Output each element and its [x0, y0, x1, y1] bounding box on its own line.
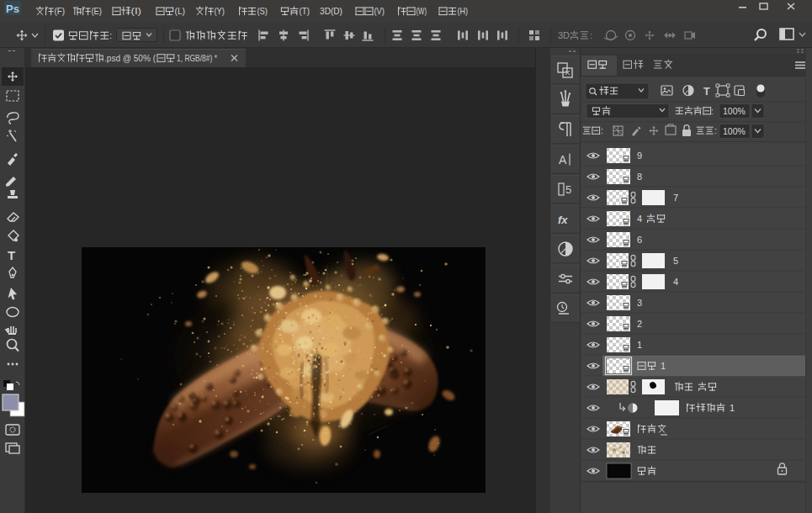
svg-text:1, RGB/8#) *: 1, RGB/8#) * [177, 53, 218, 63]
svg-text:1: 1 [637, 340, 642, 350]
svg-text:100%: 100% [723, 126, 746, 136]
svg-text:(W): (W) [417, 6, 427, 16]
svg-text:(F): (F) [55, 6, 66, 16]
svg-text:8: 8 [637, 172, 642, 182]
svg-text::: : [590, 30, 592, 40]
svg-text:100%: 100% [723, 106, 746, 116]
svg-text:(V): (V) [374, 6, 385, 16]
svg-text:.psd @ 50% (: .psd @ 50% ( [104, 53, 156, 63]
svg-text::: : [601, 125, 603, 135]
svg-text:3D(D): 3D(D) [320, 6, 342, 16]
svg-text:(H): (H) [458, 6, 469, 16]
svg-text:4: 4 [673, 277, 678, 287]
svg-text:9: 9 [637, 151, 642, 161]
svg-text:3D: 3D [558, 30, 570, 40]
svg-text:T: T [703, 86, 710, 98]
svg-text:4: 4 [637, 214, 642, 224]
svg-text:(E): (E) [92, 6, 103, 16]
svg-text:1: 1 [730, 403, 735, 413]
svg-text:(L): (L) [175, 6, 186, 16]
svg-text:(T): (T) [300, 6, 310, 16]
svg-text:(I): (I) [131, 6, 142, 16]
svg-text:5: 5 [565, 183, 571, 196]
svg-text:Ps: Ps [6, 3, 19, 15]
svg-text:(S): (S) [257, 6, 268, 16]
svg-text:5: 5 [673, 256, 678, 266]
svg-text:6: 6 [637, 235, 642, 245]
svg-text:1: 1 [661, 361, 666, 371]
svg-text:7: 7 [673, 193, 678, 203]
svg-text:(Y): (Y) [215, 6, 226, 16]
svg-text::: : [711, 106, 714, 116]
svg-text::: : [109, 30, 112, 40]
svg-text::: : [714, 125, 717, 135]
svg-text:A: A [559, 153, 567, 167]
svg-text:3: 3 [637, 298, 642, 308]
svg-text:2: 2 [637, 319, 642, 329]
svg-text:fx: fx [558, 214, 568, 226]
svg-text:T: T [8, 248, 15, 262]
